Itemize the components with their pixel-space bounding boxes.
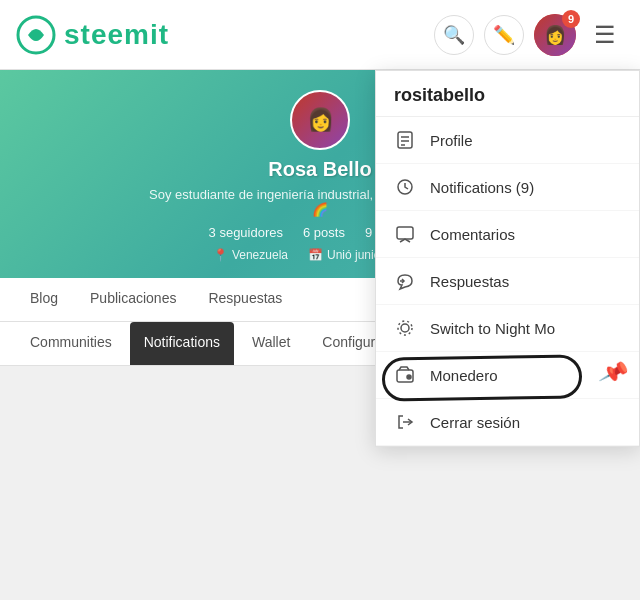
tab-respuestas[interactable]: Respuestas [194,278,296,321]
tab-notifications[interactable]: Notifications [130,322,234,365]
notification-badge: 9 [562,10,580,28]
respuestas-label: Respuestas [430,273,621,290]
tab-publicaciones[interactable]: Publicaciones [76,278,190,321]
header: steemit 🔍 ✏️ 👩 9 ☰ [0,0,640,70]
hamburger-button[interactable]: ☰ [586,17,624,53]
avatar-button[interactable]: 👩 9 [534,14,576,56]
tab-blog[interactable]: Blog [16,278,72,321]
dropdown-item-cerrar-sesion[interactable]: Cerrar sesión [376,399,639,446]
dropdown-item-monedero[interactable]: Monedero 📌 [376,352,639,399]
dropdown-item-night-mode[interactable]: Switch to Night Mo [376,305,639,352]
location-meta: 📍 Venezuela [213,248,288,262]
profile-label: Profile [430,132,621,149]
comentarios-icon [394,223,416,245]
night-mode-icon [394,317,416,339]
search-button[interactable]: 🔍 [434,15,474,55]
calendar-icon: 📅 [308,248,323,262]
dropdown-item-profile[interactable]: Profile [376,117,639,164]
monedero-icon [394,364,416,386]
svg-rect-6 [397,227,413,239]
comentarios-label: Comentarios [430,226,621,243]
profile-icon [394,129,416,151]
monedero-label: Monedero [430,367,621,384]
logout-icon [394,411,416,433]
tab-wallet[interactable]: Wallet [238,322,304,365]
followers-stat: 3 seguidores [209,225,283,240]
steemit-logo-icon [16,15,56,55]
tab-communities[interactable]: Communities [16,322,126,365]
header-right: 🔍 ✏️ 👩 9 ☰ [434,14,624,56]
location-icon: 📍 [213,248,228,262]
cerrar-sesion-label: Cerrar sesión [430,414,621,431]
night-mode-label: Switch to Night Mo [430,320,621,337]
posts-stat: 6 posts [303,225,345,240]
dropdown-item-respuestas[interactable]: Respuestas [376,258,639,305]
svg-point-7 [401,324,409,332]
edit-icon: ✏️ [493,24,515,46]
svg-point-10 [407,375,411,379]
logo-text: steemit [64,19,169,51]
profile-picture: 👩 [290,90,350,150]
pin-icon: 📌 [597,357,630,389]
logo-area: steemit [16,15,169,55]
notifications-label: Notifications (9) [430,179,621,196]
dropdown-item-notifications[interactable]: Notifications (9) [376,164,639,211]
svg-point-8 [398,321,412,335]
notifications-icon [394,176,416,198]
location-text: Venezuela [232,248,288,262]
respuestas-icon [394,270,416,292]
edit-button[interactable]: ✏️ [484,15,524,55]
dropdown-menu: rositabello Profile Notifications (9) [375,70,640,447]
dropdown-item-comentarios[interactable]: Comentarios [376,211,639,258]
search-icon: 🔍 [443,24,465,46]
dropdown-username: rositabello [376,71,639,117]
